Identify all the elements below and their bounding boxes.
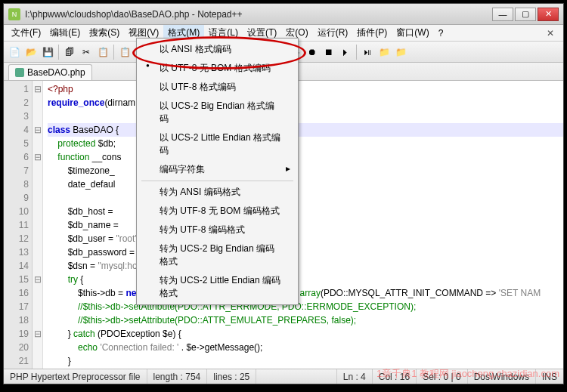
toolbar-separator <box>58 45 59 60</box>
fold-marker[interactable]: ⊟ <box>33 150 42 164</box>
fold-marker <box>33 110 42 123</box>
code-line[interactable]: } <box>48 354 563 368</box>
fold-marker[interactable]: ⊟ <box>33 273 42 286</box>
menu-11[interactable]: ? <box>434 26 448 40</box>
code-line[interactable]: //$this->db->setAttribute(PDO::ATTR_EMUL… <box>48 313 563 327</box>
window-controls: — ▢ ✕ <box>492 8 559 21</box>
line-number-gutter: 1234567891011121314151617181920212223 <box>4 81 33 369</box>
status-length: length : 754 <box>147 369 208 384</box>
menu-0[interactable]: 文件(F) <box>7 25 45 41</box>
fold-marker <box>33 313 42 327</box>
status-lines: lines : 25 <box>207 369 256 384</box>
code-line[interactable]: echo 'Connection failed: ' . $e->getMess… <box>48 341 563 354</box>
code-line[interactable]: $dsn = "mysql:host=$db_host;dbname=$db_n… <box>48 259 563 273</box>
status-spacer <box>256 369 336 384</box>
encoding-menu-item[interactable]: 以 UTF-8 无 BOM 格式编码 <box>138 59 296 78</box>
code-line[interactable]: //$this->db->setAttribute(PDO::ATTR_ERRM… <box>48 300 563 313</box>
tab-label: BaseDAO.php <box>27 67 85 78</box>
format-menu-dropdown: 以 ANSI 格式编码以 UTF-8 无 BOM 格式编码以 UTF-8 格式编… <box>136 38 299 305</box>
code-line[interactable]: $db_user = "root"; <box>48 232 563 245</box>
toolbar-button-6[interactable]: 📋 <box>117 45 132 60</box>
statusbar: PHP Hypertext Preprocessor file length :… <box>4 369 563 384</box>
file-icon <box>15 68 24 77</box>
toolbar-separator <box>113 45 114 60</box>
maximize-button[interactable]: ▢ <box>515 8 536 21</box>
code-line[interactable]: date_defaul 符 <box>48 177 563 191</box>
status-sel: Sel : 0 | 0 <box>417 369 467 384</box>
toolbar-button-4[interactable]: ✂ <box>79 45 94 60</box>
code-line[interactable]: } catch (PDOException $e) { <box>48 327 563 341</box>
window-title: I:\phpwww\cloudshop\dao\BaseDAO.php - No… <box>25 9 492 20</box>
status-ins: INS <box>536 369 563 384</box>
fold-marker <box>33 341 42 354</box>
toolbar-button-17[interactable]: ⏹ <box>321 45 336 60</box>
fold-marker <box>33 205 42 218</box>
status-language: PHP Hypertext Preprocessor file <box>4 369 147 384</box>
fold-marker <box>33 96 42 110</box>
code-area[interactable]: <?phprequire_once(dirnamclass BaseDAO { … <box>43 81 563 369</box>
toolbar-button-1[interactable]: 📂 <box>23 45 39 60</box>
menu-10[interactable]: 窗口(W) <box>392 25 433 41</box>
encoding-menu-item[interactable]: 以 UTF-8 格式编码 <box>138 78 296 97</box>
toolbar-button-0[interactable]: 📄 <box>7 45 22 60</box>
fold-marker <box>33 191 42 205</box>
fold-marker <box>33 300 42 313</box>
code-line[interactable]: <?php <box>48 82 563 96</box>
toolbar-button-19[interactable]: ⏯ <box>360 45 375 60</box>
menu-9[interactable]: 插件(P) <box>352 25 392 41</box>
toolbar-button-16[interactable]: ⏺ <box>305 45 320 60</box>
fold-marker <box>33 218 42 232</box>
status-col: Col : 16 <box>373 369 417 384</box>
minimize-button[interactable]: — <box>492 8 513 21</box>
menu-2[interactable]: 搜索(S) <box>85 25 124 41</box>
titlebar: N I:\phpwww\cloudshop\dao\BaseDAO.php - … <box>4 4 563 25</box>
status-encoding: Dos\Windows <box>468 369 536 384</box>
code-line[interactable]: protected $db; <box>48 137 563 150</box>
code-line[interactable]: require_once(dirnam <box>48 96 563 110</box>
convert-encoding-menu-item[interactable]: 转为 UCS-2 Big Endian 编码格式 <box>138 239 296 271</box>
toolbar-button-5[interactable]: 📋 <box>95 45 110 60</box>
fold-marker <box>33 164 42 177</box>
toolbar-button-18[interactable]: ⏵ <box>338 45 353 60</box>
file-tab[interactable]: BaseDAO.php <box>8 64 92 80</box>
code-line[interactable] <box>48 110 563 123</box>
close-button[interactable]: ✕ <box>538 8 559 21</box>
code-line[interactable]: function __cons <box>48 150 563 164</box>
toolbar-button-21[interactable]: 📁 <box>393 45 408 60</box>
encoding-menu-item[interactable]: 以 ANSI 格式编码 <box>138 40 296 59</box>
convert-encoding-menu-item[interactable]: 转为 UCS-2 Little Endian 编码格式 <box>138 271 296 303</box>
fold-marker <box>33 286 42 300</box>
encoding-menu-item[interactable]: 以 UCS-2 Little Endian 格式编码 <box>138 128 296 160</box>
code-line[interactable]: $db_name = <box>48 218 563 232</box>
code-line[interactable]: try { <box>48 273 563 286</box>
fold-marker[interactable]: ⊟ <box>33 327 42 341</box>
fold-marker[interactable]: ⊟ <box>33 82 42 96</box>
fold-marker[interactable]: ⊟ <box>33 123 42 137</box>
code-line[interactable]: $this->db = new PDO($dsn, $db_user, $db_… <box>48 286 563 300</box>
fold-marker <box>33 137 42 150</box>
toolbar-button-3[interactable]: 🗐 <box>62 45 77 60</box>
fold-marker <box>33 354 42 368</box>
fold-marker <box>33 232 42 245</box>
toolbar-separator <box>356 45 357 60</box>
code-line[interactable]: $db_password = "123456"; <box>48 245 563 259</box>
code-line[interactable] <box>48 191 563 205</box>
code-line[interactable]: class BaseDAO { <box>48 123 563 137</box>
fold-marker <box>33 177 42 191</box>
menubar-close-icon[interactable]: ✕ <box>541 28 560 39</box>
menu-1[interactable]: 编辑(E) <box>45 25 85 41</box>
encoding-menu-item[interactable]: 以 UCS-2 Big Endian 格式编码 <box>138 97 296 128</box>
convert-encoding-menu-item[interactable]: 转为 ANSI 编码格式 <box>138 183 296 202</box>
toolbar-button-20[interactable]: 📁 <box>376 45 392 60</box>
menu-8[interactable]: 运行(R) <box>313 25 353 41</box>
toolbar-button-2[interactable]: 💾 <box>40 45 55 60</box>
convert-encoding-menu-item[interactable]: 转为 UTF-8 无 BOM 编码格式 <box>138 202 296 221</box>
app-icon: N <box>8 8 20 20</box>
code-line[interactable]: $timezone_ <box>48 164 563 177</box>
code-line[interactable]: $db_host = <box>48 205 563 218</box>
fold-gutter: ⊟⊟⊟⊟⊟ <box>33 81 43 369</box>
encoding-menu-item[interactable]: 编码字符集 <box>138 160 296 179</box>
fold-marker <box>33 245 42 259</box>
code-line[interactable]: } <box>48 368 563 369</box>
convert-encoding-menu-item[interactable]: 转为 UTF-8 编码格式 <box>138 221 296 239</box>
